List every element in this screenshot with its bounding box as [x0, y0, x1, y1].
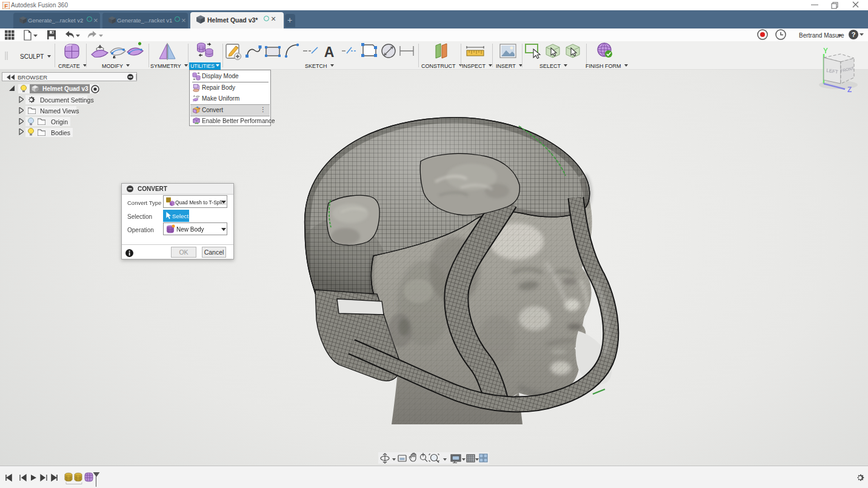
svg-text:A: A: [324, 44, 335, 60]
svg-text:?: ?: [852, 31, 856, 38]
svg-text:Y: Y: [823, 47, 828, 55]
svg-text:F: F: [4, 2, 8, 9]
